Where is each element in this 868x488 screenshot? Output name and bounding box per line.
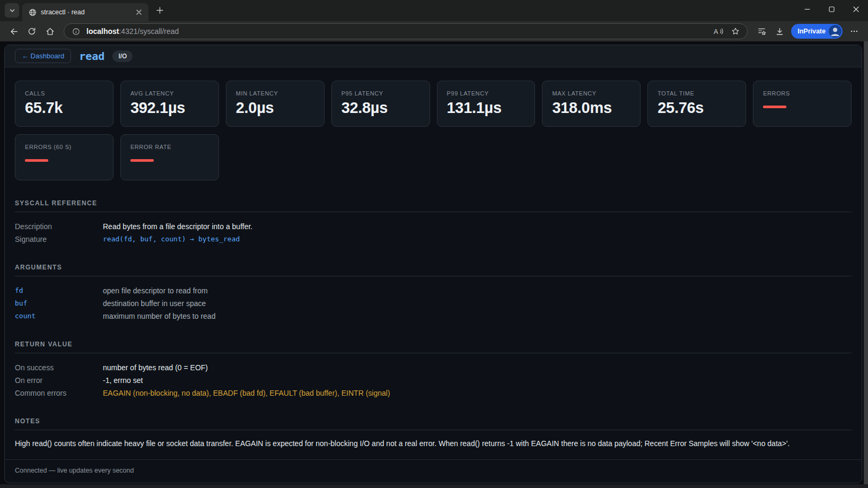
browser-tab[interactable]: stracectl · read [22,3,148,21]
stat-cards-row-2: ERRORS (60 S) ERROR RATE [15,134,852,180]
stat-card: ERRORS [753,81,852,127]
stat-value: 32.8µs [341,99,420,117]
definition-label: Description [15,220,103,233]
globe-icon [29,8,37,16]
url-path: :4321/syscall/read [119,27,179,36]
url-text: localhost:4321/syscall/read [86,27,708,36]
stat-value [130,159,209,162]
definition-row: count maximum number of bytes to read [15,310,852,323]
favorite-star-icon[interactable] [729,25,742,38]
section-title: NOTES [15,417,852,430]
stat-value: 131.1µs [447,99,525,117]
svg-text:A: A [714,28,718,36]
stat-card: ERRORS (60 S) [15,134,113,180]
window-bottom-edge [0,484,868,488]
stat-value: 2.0µs [236,99,314,117]
profile-avatar-icon [829,25,841,38]
stat-label: ERROR RATE [130,144,209,150]
section-body: High read() counts often indicate heavy … [15,430,852,449]
inprivate-label: InPrivate [797,28,826,35]
minimize-button[interactable] [795,0,819,18]
stat-card: AVG LATENCY 392.1µs [120,81,219,127]
definition-row: On success number of bytes read (0 = EOF… [15,361,852,374]
address-bar[interactable]: localhost:4321/syscall/read A [64,23,748,39]
close-button[interactable] [844,0,868,18]
definition-label: buf [15,297,103,310]
section-body: On success number of bytes read (0 = EOF… [15,353,852,399]
tab-close-icon[interactable] [134,7,144,18]
page-footer: Connected — live updates every second [5,459,862,483]
notes-paragraph: High read() counts often indicate heavy … [15,438,852,449]
section-title: RETURN VALUE [15,341,852,353]
definition-label: Common errors [15,387,103,399]
back-to-dashboard-button[interactable]: ← Dashboard [15,49,71,63]
definition-label: Signature [15,233,103,246]
error-dash-indicator [130,159,154,162]
stat-value: 392.1µs [130,99,209,117]
favorites-hub-icon[interactable] [753,23,770,39]
stat-label: P99 LATENCY [447,90,525,97]
window-controls [795,0,868,18]
home-button[interactable] [41,23,58,39]
error-dash-indicator [763,106,786,108]
stat-value: 318.0ms [552,99,630,117]
definition-row: fd open file descriptor to read from [15,284,852,297]
stat-label: P95 LATENCY [341,90,420,97]
page-viewport: ← Dashboard read I/O CALLS 65.7k AVG LAT… [0,41,868,488]
section-body: fd open file descriptor to read from buf… [15,276,852,323]
stat-label: ERRORS [763,90,841,97]
maximize-button[interactable] [819,0,844,18]
definition-value: destination buffer in user space [103,297,206,310]
stat-card: ERROR RATE [120,134,219,180]
stat-label: MIN LATENCY [236,90,314,97]
section-title: ARGUMENTS [15,264,852,276]
tab-title: stracectl · read [41,8,129,16]
stat-label: TOTAL TIME [657,90,736,97]
chevron-down-icon [9,7,15,14]
definition-row: On error -1, errno set [15,374,852,387]
stat-value [763,106,841,108]
page-title: read [79,50,104,63]
stat-label: ERRORS (60 S) [25,144,103,150]
definition-value: EAGAIN (non-blocking, no data), EBADF (b… [103,387,390,399]
definition-label: count [15,310,103,323]
definition-value: maximum number of bytes to read [103,310,215,323]
vertical-scrollbar[interactable] [864,41,868,484]
site-info-icon[interactable] [69,25,82,38]
browser-toolbar: localhost:4321/syscall/read A InPrivate [0,21,868,41]
stat-card: MAX LATENCY 318.0ms [542,81,641,127]
definition-row: Common errors EAGAIN (non-blocking, no d… [15,387,852,399]
inprivate-badge[interactable]: InPrivate [791,24,843,39]
section-title: SYSCALL REFERENCE [15,199,852,212]
definition-value: open file descriptor to read from [103,284,208,297]
stat-cards-row-1: CALLS 65.7k AVG LATENCY 392.1µs MIN LATE… [15,81,852,127]
page-content: CALLS 65.7k AVG LATENCY 392.1µs MIN LATE… [5,67,862,459]
settings-menu-icon[interactable] [846,23,863,39]
section: RETURN VALUE On success number of bytes … [15,341,852,399]
stat-value: 65.7k [25,99,103,117]
stat-label: MAX LATENCY [552,90,630,97]
definition-label: On error [15,374,103,387]
error-dash-indicator [25,159,48,162]
definition-label: On success [15,361,103,374]
tab-actions-menu-button[interactable] [5,3,19,18]
browser-window: stracectl · read [0,0,868,488]
new-tab-button[interactable] [153,3,166,17]
section-body: Description Read bytes from a file descr… [15,212,852,246]
definition-value: number of bytes read (0 = EOF) [103,361,208,374]
tab-bar: stracectl · read [0,0,868,21]
stat-label: AVG LATENCY [130,90,209,97]
category-badge: I/O [112,50,133,62]
downloads-icon[interactable] [771,23,788,39]
page-header: ← Dashboard read I/O [5,45,862,67]
stat-card: CALLS 65.7k [15,81,113,127]
section: SYSCALL REFERENCE Description Read bytes… [15,199,852,246]
refresh-button[interactable] [23,23,40,39]
definition-row: Description Read bytes from a file descr… [15,220,852,233]
read-aloud-icon[interactable]: A [712,25,725,38]
definition-row: buf destination buffer in user space [15,297,852,310]
back-button[interactable] [5,23,22,39]
definition-value: read(fd, buf, count) → bytes_read [103,233,240,246]
stat-card: MIN LATENCY 2.0µs [226,81,325,127]
definition-label: fd [15,284,103,297]
